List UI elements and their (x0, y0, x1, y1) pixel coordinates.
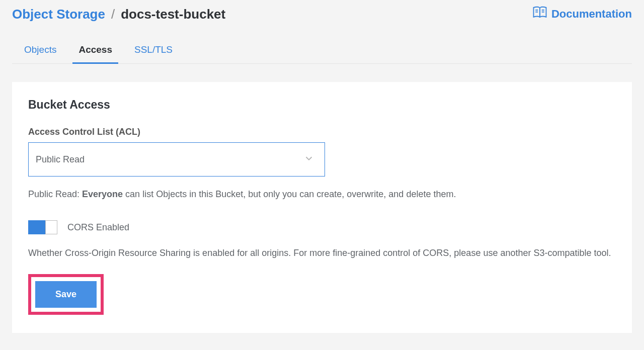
save-button[interactable]: Save (35, 281, 97, 308)
breadcrumb-separator: / (111, 7, 115, 22)
cors-help-text: Whether Cross-Origin Resource Sharing is… (28, 246, 616, 260)
cors-toggle[interactable] (28, 220, 57, 234)
documentation-link-label: Documentation (551, 8, 632, 21)
bucket-access-panel: Bucket Access Access Control List (ACL) … (12, 82, 632, 333)
book-icon (532, 5, 547, 23)
breadcrumb-current: docs-test-bucket (121, 7, 225, 22)
acl-select[interactable]: Public Read (28, 142, 325, 177)
tab-access[interactable]: Access (78, 44, 112, 63)
acl-help-text: Public Read: Everyone can list Objects i… (28, 188, 616, 201)
toggle-knob (45, 220, 57, 234)
breadcrumb-root-link[interactable]: Object Storage (12, 7, 105, 22)
tab-objects[interactable]: Objects (24, 44, 56, 63)
chevron-down-icon (303, 153, 314, 166)
s3-compatible-tool-link[interactable]: S3-compatible tool (533, 248, 608, 258)
section-title: Bucket Access (28, 98, 616, 112)
cors-toggle-label: CORS Enabled (67, 222, 129, 233)
tab-ssl[interactable]: SSL/TLS (134, 44, 173, 63)
acl-label: Access Control List (ACL) (28, 127, 616, 137)
acl-select-value: Public Read (36, 154, 85, 165)
documentation-link[interactable]: Documentation (532, 5, 632, 23)
save-highlight: Save (28, 274, 104, 315)
breadcrumb: Object Storage / docs-test-bucket (12, 7, 225, 22)
tab-bar: Objects Access SSL/TLS (12, 44, 632, 64)
